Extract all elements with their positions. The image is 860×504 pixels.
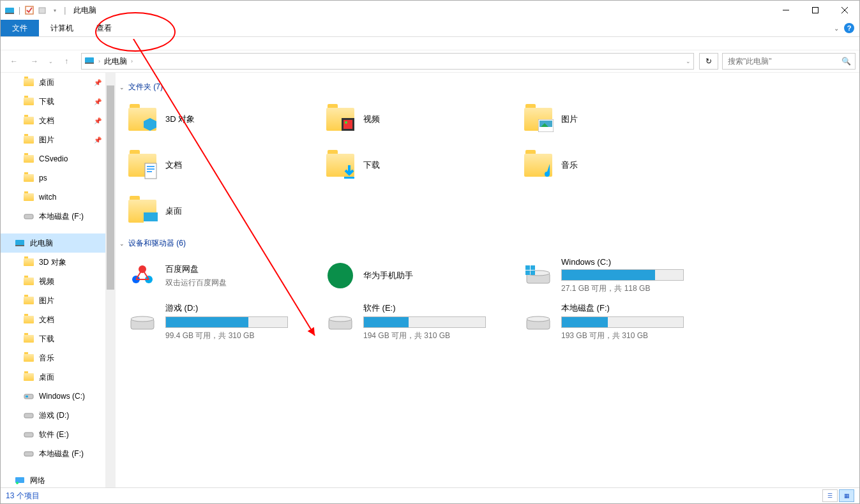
sidebar-item-icon (24, 257, 34, 267)
qat-folder-icon[interactable] (37, 5, 47, 15)
sidebar-item[interactable]: 本地磁盘 (F:) (1, 207, 116, 226)
folder-item[interactable]: 图片 (511, 96, 709, 142)
sidebar-scrollbar[interactable] (105, 73, 116, 487)
statusbar: 13 个项目 ☰ ▦ (1, 487, 859, 503)
tab-computer[interactable]: 计算机 (39, 20, 85, 36)
nav-forward-button[interactable]: → (25, 52, 44, 70)
folder-item[interactable]: 文档 (116, 142, 313, 188)
view-details-button[interactable]: ☰ (822, 489, 838, 502)
view-tiles-button[interactable]: ▦ (839, 489, 854, 502)
svg-rect-16 (24, 413, 33, 418)
drive-item[interactable]: 游戏 (D:) 99.4 GB 可用，共 310 GB (116, 299, 313, 345)
search-icon[interactable]: 🔍 (841, 57, 851, 66)
sidebar-item[interactable]: ps (1, 168, 116, 188)
sidebar-item[interactable]: 文档 📌 (1, 111, 116, 130)
sidebar-item[interactable]: 下载 (1, 329, 116, 348)
sidebar-item[interactable]: 网络 (1, 471, 116, 487)
address-pc-icon (84, 56, 94, 67)
close-button[interactable] (830, 1, 859, 20)
drive-label: Windows (C:) (561, 257, 684, 267)
folder-icon (523, 104, 554, 135)
sidebar-item[interactable]: 本地磁盘 (F:) (1, 444, 116, 463)
svg-marker-21 (144, 118, 156, 131)
drive-item[interactable]: Windows (C:) 27.1 GB 可用，共 118 GB (511, 253, 709, 299)
folder-icon (127, 196, 158, 226)
drive-free-text: 99.4 GB 可用，共 310 GB (165, 330, 288, 341)
folder-item[interactable]: 下载 (313, 142, 511, 188)
svg-rect-18 (24, 452, 33, 456)
scrollbar-thumb[interactable] (107, 85, 114, 290)
ribbon-expand-icon[interactable]: ⌄ (834, 25, 839, 32)
sidebar-item-label: 视频 (39, 276, 54, 287)
sidebar-item[interactable]: 图片 📌 (1, 130, 116, 149)
sidebar-item[interactable]: 音乐 (1, 348, 116, 367)
qat-properties-icon[interactable] (24, 5, 34, 15)
drive-item[interactable]: 百度网盘双击运行百度网盘 (116, 253, 313, 299)
nav-recent-button[interactable]: ⌄ (45, 52, 56, 70)
item-label: 下载 (363, 159, 380, 171)
group-header[interactable]: ⌄设备和驱动器 (6) (116, 234, 859, 253)
breadcrumb-sep2-icon[interactable]: › (131, 58, 133, 64)
sidebar-item[interactable]: 桌面 (1, 367, 116, 387)
sidebar-item[interactable]: 3D 对象 (1, 253, 116, 272)
window-title: 此电脑 (73, 5, 96, 16)
svg-rect-30 (147, 168, 155, 170)
nav-up-button[interactable]: ↑ (57, 52, 76, 70)
svg-point-24 (345, 121, 347, 124)
folder-item[interactable]: 3D 对象 (116, 96, 313, 142)
sidebar-item[interactable]: 游戏 (D:) (1, 406, 116, 425)
sidebar-item[interactable]: 下载 📌 (1, 92, 116, 111)
sidebar-item-label: 桌面 (39, 372, 54, 383)
svg-rect-4 (39, 8, 45, 13)
tab-file[interactable]: 文件 (1, 20, 39, 36)
breadcrumb[interactable]: 此电脑 (104, 56, 127, 67)
folder-item[interactable]: 音乐 (511, 142, 709, 188)
svg-point-20 (16, 482, 19, 484)
sidebar-item[interactable]: 软件 (E:) (1, 425, 116, 444)
sidebar-item[interactable]: CSvedio (1, 149, 116, 168)
collapse-icon[interactable]: ⌄ (119, 241, 124, 247)
sidebar-item[interactable]: 此电脑 (1, 233, 116, 253)
address-bar[interactable]: › 此电脑 › ⌄ (81, 53, 694, 70)
folder-item[interactable]: 桌面 (116, 188, 313, 234)
svg-point-50 (527, 316, 550, 322)
search-input[interactable] (727, 56, 841, 66)
breadcrumb-sep-icon[interactable]: › (98, 58, 100, 64)
sidebar-item[interactable]: 文档 (1, 310, 116, 329)
nav-sidebar[interactable]: 桌面 📌 下载 📌 文档 📌 图片 📌 CSvedio ps (1, 73, 116, 487)
content-area[interactable]: ⌄文件夹 (7) 3D 对象 视频 图片 文档 下载 (116, 73, 859, 487)
drive-item[interactable]: 华为手机助手 (313, 253, 511, 299)
sidebar-item-icon (24, 135, 34, 145)
minimize-button[interactable] (771, 1, 801, 20)
refresh-button[interactable]: ↻ (699, 53, 718, 70)
drive-item[interactable]: 本地磁盘 (F:) 193 GB 可用，共 310 GB (511, 299, 709, 345)
sidebar-item[interactable]: Windows (C:) (1, 387, 116, 406)
sidebar-item[interactable]: 桌面 📌 (1, 73, 116, 92)
svg-rect-29 (147, 166, 155, 167)
sidebar-item-icon (24, 353, 34, 363)
qat-sep: | (19, 6, 20, 15)
sidebar-item[interactable]: 视频 (1, 272, 116, 291)
sidebar-item[interactable]: 图片 (1, 291, 116, 310)
sidebar-item-label: 此电脑 (30, 238, 53, 249)
sidebar-item-label: 文档 (39, 115, 54, 126)
nav-back-button[interactable]: ← (4, 52, 24, 70)
tab-view[interactable]: 查看 (85, 20, 123, 36)
drive-item[interactable]: 软件 (E:) 194 GB 可用，共 310 GB (313, 299, 511, 345)
address-drop-icon[interactable]: ⌄ (686, 58, 691, 64)
search-box[interactable]: 🔍 (722, 53, 856, 70)
collapse-icon[interactable]: ⌄ (119, 84, 124, 91)
maximize-button[interactable] (801, 1, 830, 20)
sidebar-item-label: 网络 (30, 475, 45, 486)
sidebar-item[interactable]: witch (1, 188, 116, 207)
drive-usage-bar (363, 316, 486, 328)
sidebar-item-icon (24, 410, 34, 420)
group-header[interactable]: ⌄文件夹 (7) (116, 78, 859, 96)
ribbon-spacer (1, 37, 859, 50)
qat-drop-icon[interactable]: ▾ (50, 5, 60, 15)
sidebar-item-label: 本地磁盘 (F:) (39, 448, 84, 459)
help-icon[interactable]: ? (844, 23, 854, 33)
svg-rect-42 (531, 265, 535, 270)
folder-item[interactable]: 视频 (313, 96, 511, 142)
drive-icon (523, 306, 554, 337)
